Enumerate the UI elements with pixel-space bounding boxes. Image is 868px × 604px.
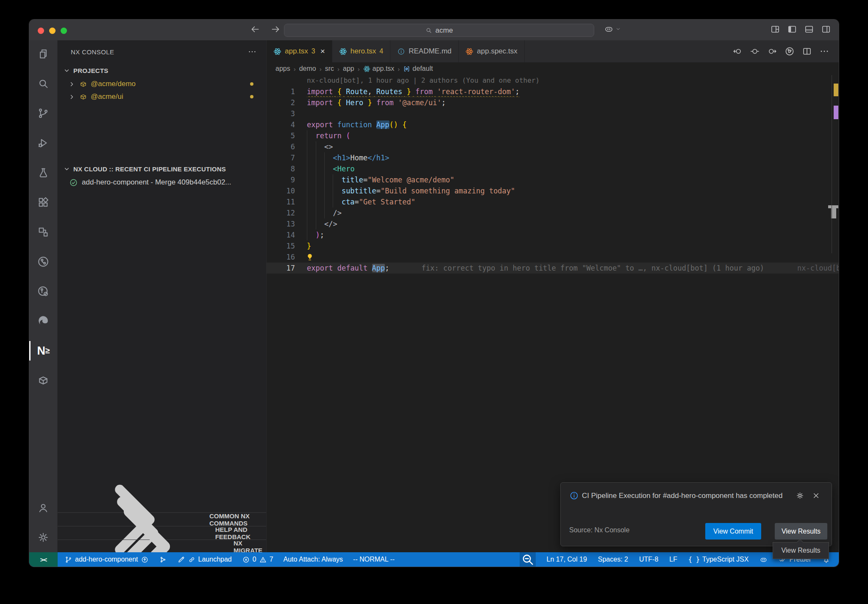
zoom-window-button[interactable] bbox=[61, 28, 67, 34]
close-icon[interactable] bbox=[812, 491, 821, 500]
command-center-search[interactable]: acme bbox=[284, 24, 594, 37]
activity-item-edge-tools[interactable] bbox=[29, 306, 57, 336]
toggle-panel-right-icon[interactable] bbox=[821, 24, 831, 34]
code-line-1[interactable]: 1import { Route, Routes } from 'react-ro… bbox=[267, 86, 839, 97]
status-bar: >< add-hero-componentLaunchpad07Auto Att… bbox=[29, 552, 839, 567]
pipeline-execution-item[interactable]: add-hero-component - Merge 409b44e5cb02.… bbox=[58, 176, 266, 189]
code-line-15[interactable]: 15} bbox=[267, 240, 839, 252]
activity-item-testing[interactable] bbox=[29, 158, 57, 187]
minimize-window-button[interactable] bbox=[49, 28, 56, 34]
activity-item-extensions[interactable] bbox=[29, 187, 57, 217]
tab-app.tsx[interactable]: app.tsx 3 × bbox=[267, 40, 332, 62]
back-icon[interactable] bbox=[250, 24, 261, 35]
more-actions-icon[interactable] bbox=[248, 47, 257, 56]
status-encoding[interactable]: UTF-8 bbox=[639, 556, 658, 563]
status-vim-mode[interactable]: -- NORMAL -- bbox=[353, 556, 395, 563]
breadcrumb-default[interactable]: default bbox=[403, 65, 433, 73]
nav-forward-icon[interactable] bbox=[767, 46, 777, 56]
code-line-13[interactable]: 13 </> bbox=[267, 218, 839, 229]
forward-icon[interactable] bbox=[270, 24, 281, 35]
status-language-mode[interactable]: { }TypeScript JSX bbox=[688, 556, 748, 563]
info-icon bbox=[569, 491, 579, 501]
activity-item-references[interactable] bbox=[29, 217, 57, 247]
copilot-menu[interactable] bbox=[604, 24, 621, 34]
code-line-2[interactable]: 2import { Hero } from '@acme/ui'; bbox=[267, 97, 839, 108]
activity-item-source-control[interactable] bbox=[29, 98, 57, 128]
status-copilot[interactable] bbox=[760, 556, 768, 564]
activity-item-run-and-debug[interactable] bbox=[29, 128, 57, 158]
project-item[interactable]: @acme/ui bbox=[58, 90, 266, 103]
explorer-icon bbox=[37, 48, 50, 60]
code-line-12[interactable]: 12 /> bbox=[267, 207, 839, 218]
lightbulb-icon[interactable] bbox=[305, 252, 314, 262]
run-circle-icon[interactable] bbox=[785, 46, 795, 56]
status-auto-attach[interactable]: Auto Attach: Always bbox=[284, 556, 343, 563]
code-line-9[interactable]: 9 title="Welcome @acme/demo" bbox=[267, 174, 839, 185]
toggle-panel-right-glyph bbox=[821, 24, 831, 34]
section-nx-migrate[interactable]: NX MIGRATE bbox=[58, 540, 266, 553]
customize-layout-icon[interactable] bbox=[770, 24, 780, 34]
line-number: 6 bbox=[267, 141, 307, 152]
breadcrumb-demo[interactable]: demo bbox=[299, 65, 316, 73]
code-line-14[interactable]: 14 ); bbox=[267, 229, 839, 240]
split-editor-glyph bbox=[802, 46, 812, 56]
status-indentation[interactable]: Spaces: 2 bbox=[598, 556, 628, 563]
close-icon[interactable]: × bbox=[320, 47, 325, 56]
code-line-7[interactable]: 7 <h1>Home</h1> bbox=[267, 152, 839, 163]
nav-forward-glyph bbox=[767, 46, 777, 56]
nav-position-icon[interactable] bbox=[750, 46, 760, 56]
breadcrumb-apps[interactable]: apps bbox=[275, 65, 290, 73]
activity-item-settings[interactable] bbox=[29, 523, 57, 552]
extensions-icon bbox=[37, 196, 50, 209]
activity-item-gitlens[interactable] bbox=[29, 277, 57, 306]
code-line-10[interactable]: 10 subtitle="Build something amazing tod… bbox=[267, 185, 839, 196]
settings-icon bbox=[37, 531, 50, 544]
more-actions-icon[interactable] bbox=[819, 46, 829, 56]
braces-icon: { } bbox=[688, 556, 700, 563]
status-cursor-position[interactable]: Ln 17, Col 19 bbox=[547, 556, 587, 563]
inline-git-blame: fix: correct typo in hero title from "We… bbox=[422, 264, 765, 272]
nav-back-icon[interactable] bbox=[732, 46, 743, 56]
activity-item-accounts[interactable] bbox=[29, 493, 57, 523]
code-line-3[interactable]: 3 bbox=[267, 108, 839, 119]
status-eol[interactable]: LF bbox=[669, 556, 677, 563]
chevron-down-icon bbox=[63, 165, 71, 173]
view-commit-button[interactable]: View Commit bbox=[705, 523, 761, 540]
code-line-8[interactable]: 8 <Hero bbox=[267, 163, 839, 174]
activity-item-search[interactable] bbox=[29, 69, 57, 98]
status-zoom-indicator[interactable] bbox=[520, 552, 536, 567]
breadcrumb-app[interactable]: app bbox=[343, 65, 354, 73]
activity-item-explorer[interactable] bbox=[29, 39, 57, 69]
code-line-5[interactable]: 5 return ( bbox=[267, 130, 839, 141]
breadcrumb-app.tsx[interactable]: app.tsx bbox=[363, 65, 395, 73]
code-line-4[interactable]: 4export function App() { bbox=[267, 119, 839, 130]
section-projects[interactable]: PROJECTS bbox=[58, 63, 266, 78]
status-git-branch[interactable]: add-hero-component bbox=[64, 556, 149, 564]
status-problems[interactable]: 07 bbox=[242, 556, 273, 564]
toggle-panel-bottom-icon[interactable] bbox=[804, 24, 814, 34]
code-editor[interactable]: nx-cloud[bot], 1 hour ago | 2 authors (Y… bbox=[267, 75, 839, 552]
project-item[interactable]: @acme/demo bbox=[58, 78, 266, 90]
tab-hero.tsx[interactable]: hero.tsx 4 bbox=[332, 40, 390, 62]
history-nav bbox=[250, 24, 281, 35]
split-editor-icon[interactable] bbox=[802, 46, 812, 56]
code-line-11[interactable]: 11 cta="Get Started" bbox=[267, 196, 839, 207]
section-nx-cloud[interactable]: NX CLOUD :: RECENT CI PIPELINE EXECUTION… bbox=[58, 162, 266, 176]
code-line-6[interactable]: 6 <> bbox=[267, 141, 839, 152]
activity-item-containers[interactable] bbox=[29, 366, 57, 395]
close-window-button[interactable] bbox=[38, 28, 44, 34]
remote-indicator[interactable]: >< bbox=[29, 552, 58, 567]
view-results-button[interactable]: View Results bbox=[775, 523, 827, 540]
activity-item-commit-graph[interactable] bbox=[29, 247, 57, 277]
toggle-panel-left-icon[interactable] bbox=[787, 24, 797, 34]
code-line-17[interactable]: 17export default App;fix: correct typo i… bbox=[267, 263, 839, 274]
activity-item-nx-console[interactable]: N≥ bbox=[29, 336, 57, 366]
status-scm-graph[interactable] bbox=[159, 556, 167, 564]
copilot-icon bbox=[760, 556, 768, 564]
status-launchpad[interactable]: Launchpad bbox=[177, 556, 232, 564]
code-line-16[interactable]: 16 bbox=[267, 252, 839, 263]
tab-README.md[interactable]: README.md bbox=[390, 40, 459, 62]
breadcrumb-src[interactable]: src bbox=[325, 65, 334, 73]
gear-icon[interactable] bbox=[796, 491, 804, 500]
tab-app.spec.tsx[interactable]: app.spec.tsx bbox=[459, 40, 524, 62]
